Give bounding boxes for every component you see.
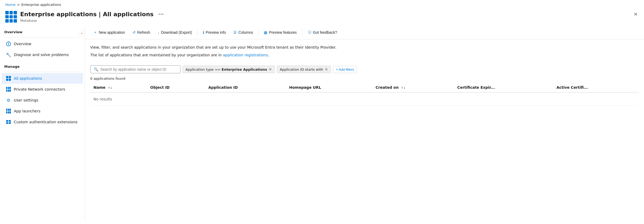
sidebar-label-app-launchers: App launchers <box>14 109 40 113</box>
col-created-on: Created on ↑↓ <box>372 83 454 92</box>
no-results-cell: No results <box>90 92 147 106</box>
feedback-icon: 🗨 <box>308 30 311 35</box>
page-title: Enterprise applications | All applicatio… <box>20 10 639 18</box>
filter1-label: Application type == Enterprise Applicati… <box>186 67 267 71</box>
filter2-label: Application ID starts with <box>280 67 323 71</box>
preview-features-icon: ▦ <box>264 30 267 35</box>
sidebar-label-private-network: Private Network connectors <box>14 87 65 91</box>
no-results-row: No results <box>90 92 639 106</box>
sidebar-item-app-launchers[interactable]: App launchers <box>2 106 83 116</box>
col-homepage-url: Homepage URL <box>286 83 372 92</box>
sidebar-item-user-settings[interactable]: ⚙ User settings <box>2 95 83 105</box>
description-block: View, filter, and search applications in… <box>85 39 644 63</box>
sidebar-label-custom-auth: Custom authentication extensions <box>14 120 78 124</box>
info-icon: i <box>6 41 11 47</box>
description-line2: The list of applications that are mainta… <box>90 52 639 58</box>
settings-icon: ⚙ <box>6 98 11 103</box>
sidebar-item-overview[interactable]: i Overview <box>2 39 83 49</box>
col-application-id: Application ID <box>205 83 286 92</box>
got-feedback-button[interactable]: 🗨 Got feedback? <box>304 29 340 36</box>
close-button[interactable]: ✕ <box>633 10 639 18</box>
applications-table: Name ↑↓ Object ID Application ID Homepag… <box>90 83 639 106</box>
sidebar-label-overview: Overview <box>14 42 31 46</box>
content-area: ＋ New application ↺ Refresh ↓ Download (… <box>85 26 644 221</box>
toolbar: ＋ New application ↺ Refresh ↓ Download (… <box>85 26 644 39</box>
sidebar-label-all-applications: All applications <box>14 76 42 81</box>
sidebar-label-diagnose: Diagnose and solve problems <box>14 53 69 57</box>
sidebar-section-manage: Manage <box>0 60 85 71</box>
plus-icon: ＋ <box>93 30 97 35</box>
sidebar-divider-2 <box>4 72 80 72</box>
description-line1: View, filter, and search applications in… <box>90 45 639 50</box>
filter2-close-button[interactable]: ✕ <box>325 67 328 71</box>
application-id-filter: Application ID starts with ✕ <box>277 66 331 73</box>
private-network-icon <box>6 87 11 92</box>
sidebar-item-all-applications[interactable]: All applications <box>2 73 83 84</box>
breadcrumb-current: Enterprise applications <box>21 3 61 7</box>
page-icon <box>5 11 17 23</box>
custom-auth-icon <box>6 119 11 125</box>
toolbar-divider-3 <box>302 29 302 36</box>
refresh-icon: ↺ <box>132 30 136 35</box>
sidebar-section-overview: Overview <box>0 26 85 36</box>
table-header-row: Name ↑↓ Object ID Application ID Homepag… <box>90 83 639 92</box>
page-subtitle: Metabase <box>20 19 639 23</box>
app-launchers-icon <box>6 108 11 114</box>
collapse-sidebar-button[interactable]: « <box>79 30 85 36</box>
page-header: Enterprise applications | All applicatio… <box>0 9 644 26</box>
wrench-icon: 🔧 <box>6 52 11 57</box>
sidebar-item-private-network[interactable]: Private Network connectors <box>2 84 83 95</box>
filters-row: 🔍 Application type == Enterprise Applica… <box>85 63 644 75</box>
page-title-block: Enterprise applications | All applicatio… <box>20 10 639 23</box>
preview-info-button[interactable]: ℹ Preview info <box>200 29 229 36</box>
sort-created-icon[interactable]: ↑↓ <box>401 86 406 89</box>
ellipsis-button[interactable]: ··· <box>156 10 166 18</box>
columns-button[interactable]: ☰ Columns <box>230 29 256 36</box>
app-registrations-link[interactable]: application registrations <box>223 53 268 57</box>
grid-icon <box>6 76 11 81</box>
col-name: Name ↑↓ <box>90 83 147 92</box>
breadcrumb: Home > Enterprise applications <box>0 0 644 9</box>
main-layout: « Overview i Overview 🔧 Diagnose and sol… <box>0 26 644 221</box>
col-cert-expir: Certificate Expir... <box>454 83 553 92</box>
columns-icon: ☰ <box>233 30 237 35</box>
toolbar-divider-2 <box>258 29 259 36</box>
table-container: Name ↑↓ Object ID Application ID Homepag… <box>85 83 644 221</box>
download-icon: ↓ <box>158 30 160 35</box>
preview-info-icon: ℹ <box>203 30 204 35</box>
sidebar-item-diagnose[interactable]: 🔧 Diagnose and solve problems <box>2 49 83 60</box>
sidebar: « Overview i Overview 🔧 Diagnose and sol… <box>0 26 85 221</box>
sidebar-item-custom-auth[interactable]: Custom authentication extensions <box>2 117 83 127</box>
col-object-id: Object ID <box>147 83 205 92</box>
filter1-close-button[interactable]: ✕ <box>269 67 272 71</box>
search-input[interactable] <box>100 67 177 71</box>
search-icon: 🔍 <box>94 67 98 71</box>
refresh-button[interactable]: ↺ Refresh <box>129 29 153 36</box>
breadcrumb-home[interactable]: Home <box>5 3 15 7</box>
add-filters-button[interactable]: + Add filters <box>333 66 357 73</box>
sort-name-icon[interactable]: ↑↓ <box>108 86 112 89</box>
download-button[interactable]: ↓ Download (Export) <box>154 29 195 36</box>
results-count: 0 applications found <box>85 75 644 83</box>
toolbar-divider-1 <box>197 29 198 36</box>
sidebar-label-user-settings: User settings <box>14 98 38 102</box>
breadcrumb-separator: > <box>17 3 20 7</box>
search-box[interactable]: 🔍 <box>90 65 181 73</box>
new-application-button[interactable]: ＋ New application <box>90 28 128 36</box>
preview-features-button[interactable]: ▦ Preview features <box>261 29 300 36</box>
col-active-certif: Active Certifi... <box>553 83 639 92</box>
application-type-filter: Application type == Enterprise Applicati… <box>183 66 275 73</box>
sidebar-divider-1 <box>4 37 80 37</box>
